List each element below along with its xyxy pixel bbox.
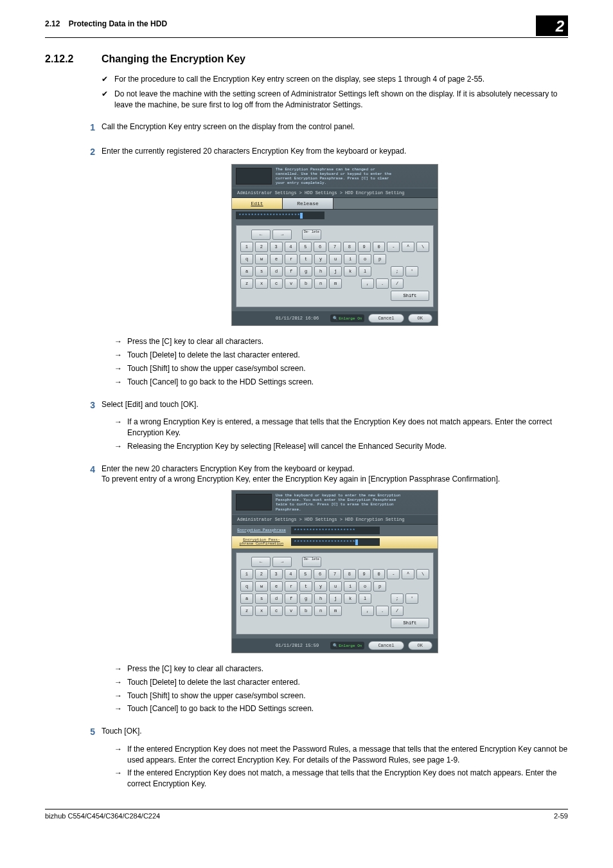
key[interactable]: u xyxy=(329,581,342,592)
key[interactable]: g xyxy=(299,266,312,276)
key[interactable]: 3 xyxy=(270,242,283,252)
tab-edit[interactable]: Edit xyxy=(232,198,283,209)
key[interactable]: r xyxy=(285,581,298,592)
key[interactable]: a xyxy=(240,593,253,604)
shift-key[interactable]: Shift xyxy=(391,618,429,628)
key[interactable]: w xyxy=(255,581,268,592)
delete-key[interactable]: De- lete xyxy=(302,230,321,240)
key[interactable]: ^ xyxy=(402,242,414,252)
key[interactable]: u xyxy=(329,254,342,264)
key[interactable]: z xyxy=(240,606,253,616)
cancel-button[interactable]: Cancel xyxy=(368,314,404,323)
key[interactable]: x xyxy=(255,278,268,289)
key[interactable]: 6 xyxy=(314,242,326,252)
key[interactable]: n xyxy=(314,606,327,616)
key[interactable]: i xyxy=(344,581,357,592)
key[interactable]: h xyxy=(314,593,327,604)
key[interactable]: . xyxy=(376,606,389,616)
key[interactable]: t xyxy=(299,254,312,264)
key[interactable]: 0 xyxy=(373,569,386,579)
key[interactable]: ' xyxy=(405,266,418,276)
key[interactable]: x xyxy=(255,606,268,616)
key[interactable]: ; xyxy=(391,593,404,604)
ok-button[interactable]: OK xyxy=(408,641,432,650)
key[interactable]: b xyxy=(299,278,312,289)
arrow-left-key[interactable]: ← xyxy=(251,230,271,240)
passphrase-input[interactable]: ******************** xyxy=(236,212,324,219)
arrow-right-key[interactable]: → xyxy=(272,557,292,567)
key[interactable]: q xyxy=(240,581,253,592)
delete-key[interactable]: De- lete xyxy=(302,557,321,567)
passphrase-input[interactable]: ******************** xyxy=(291,527,380,534)
key[interactable]: ' xyxy=(405,593,418,604)
key[interactable]: 4 xyxy=(285,242,298,252)
key[interactable]: ^ xyxy=(402,569,414,579)
key[interactable]: z xyxy=(240,278,253,289)
key[interactable]: i xyxy=(344,254,357,264)
shift-key[interactable]: Shift xyxy=(391,291,429,301)
arrow-right-key[interactable]: → xyxy=(272,230,292,240)
key[interactable]: , xyxy=(361,278,374,289)
key[interactable]: \ xyxy=(416,242,429,252)
key[interactable]: r xyxy=(285,254,298,264)
key[interactable]: a xyxy=(240,266,253,276)
key[interactable]: t xyxy=(299,581,312,592)
key[interactable]: k xyxy=(344,266,357,276)
key[interactable]: j xyxy=(329,266,342,276)
key[interactable]: f xyxy=(285,266,298,276)
key[interactable]: - xyxy=(387,569,400,579)
key[interactable]: 1 xyxy=(240,242,253,252)
key[interactable]: 5 xyxy=(299,569,312,579)
key[interactable]: 2 xyxy=(255,242,268,252)
key[interactable]: 8 xyxy=(343,569,356,579)
key[interactable]: p xyxy=(373,254,386,264)
key[interactable]: 6 xyxy=(314,569,326,579)
key[interactable]: s xyxy=(255,593,268,604)
key[interactable]: m xyxy=(329,278,342,289)
key[interactable]: l xyxy=(359,266,371,276)
key[interactable]: 7 xyxy=(328,569,341,579)
cancel-button[interactable]: Cancel xyxy=(368,641,404,650)
key[interactable]: p xyxy=(373,581,386,592)
key[interactable]: l xyxy=(359,593,371,604)
key[interactable]: e xyxy=(270,254,283,264)
key[interactable]: 8 xyxy=(343,242,356,252)
key[interactable]: 1 xyxy=(240,569,253,579)
key[interactable]: / xyxy=(391,278,404,289)
key[interactable]: q xyxy=(240,254,253,264)
key[interactable]: d xyxy=(270,266,283,276)
key[interactable]: 9 xyxy=(358,242,371,252)
key[interactable]: \ xyxy=(416,569,429,579)
key[interactable]: 4 xyxy=(285,569,298,579)
key[interactable]: 9 xyxy=(358,569,371,579)
passphrase-confirm-input[interactable]: ******************** xyxy=(291,538,380,546)
key[interactable]: - xyxy=(387,242,400,252)
key[interactable]: ; xyxy=(391,266,404,276)
tab-release[interactable]: Release xyxy=(283,198,333,209)
key[interactable]: , xyxy=(361,606,374,616)
key[interactable]: 0 xyxy=(373,242,386,252)
passphrase-confirm-label[interactable]: Encryption Pass- phrase Confirmation xyxy=(236,538,287,547)
key[interactable]: h xyxy=(314,266,327,276)
key[interactable]: d xyxy=(270,593,283,604)
key[interactable]: e xyxy=(270,581,283,592)
passphrase-label[interactable]: Encryption Passphrase xyxy=(236,529,287,533)
key[interactable]: 2 xyxy=(255,569,268,579)
key[interactable]: / xyxy=(391,606,404,616)
key[interactable]: n xyxy=(314,278,327,289)
key[interactable]: 3 xyxy=(270,569,283,579)
enlarge-toggle[interactable]: 🔍Enlarge On xyxy=(330,642,364,649)
key[interactable]: b xyxy=(299,606,312,616)
key[interactable]: c xyxy=(270,606,283,616)
ok-button[interactable]: OK xyxy=(408,314,432,323)
key[interactable]: j xyxy=(329,593,342,604)
key[interactable]: o xyxy=(359,254,371,264)
key[interactable]: g xyxy=(299,593,312,604)
key[interactable]: y xyxy=(314,581,327,592)
key[interactable]: k xyxy=(344,593,357,604)
key[interactable]: o xyxy=(359,581,371,592)
arrow-left-key[interactable]: ← xyxy=(251,557,271,567)
key[interactable]: c xyxy=(270,278,283,289)
key[interactable]: y xyxy=(314,254,327,264)
key[interactable]: . xyxy=(376,278,389,289)
